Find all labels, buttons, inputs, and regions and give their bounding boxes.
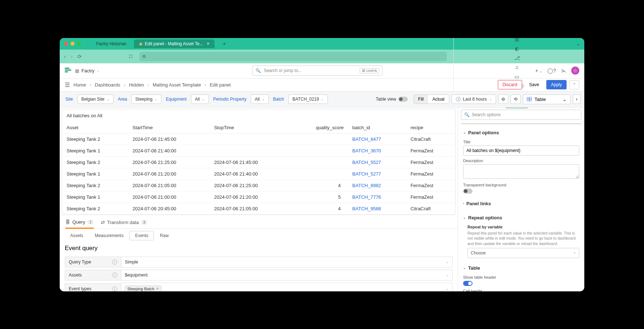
query-subtabs: Assets Measurements Events Raw	[60, 229, 458, 242]
clock-icon: 🕓	[456, 97, 461, 102]
event-type-chip[interactable]: Steeping Batch✕	[125, 286, 161, 291]
table-row[interactable]: Steeping Tank 12024-07-06 21:20:002024-0…	[62, 168, 455, 180]
table-row[interactable]: Steeping Tank 22024-07-06 21:25:002024-0…	[62, 156, 455, 168]
url-bar[interactable]: ⚙	[139, 52, 447, 61]
close-window-icon[interactable]	[64, 42, 68, 46]
visualization-picker[interactable]: Table ⌄	[523, 94, 571, 104]
area-picker[interactable]: Steeping⌄	[131, 94, 161, 104]
subtab-assets[interactable]: Assets	[65, 231, 89, 240]
rss-icon[interactable]: ⋋	[561, 68, 566, 73]
remove-chip-icon[interactable]: ✕	[156, 287, 159, 291]
transparent-toggle[interactable]	[463, 189, 473, 194]
back-icon[interactable]: ‹	[64, 54, 66, 59]
subtab-measurements[interactable]: Measurements	[89, 231, 129, 240]
assets-select[interactable]: $equipment⌄	[121, 270, 453, 281]
breadcrumb-home[interactable]: Home	[73, 82, 86, 88]
sidebar-toggle-icon[interactable]: ›	[573, 94, 581, 104]
forward-icon[interactable]: ›	[71, 54, 73, 59]
search-icon: 🔍	[464, 112, 470, 117]
site-settings-icon[interactable]: ⚙	[142, 54, 146, 59]
tab-query[interactable]: 🗄 Query 1	[65, 219, 94, 229]
app-logo-icon[interactable]	[65, 68, 71, 73]
browser-tab-2[interactable]: ◉ Edit panel - Malting Asset Te... ✕	[134, 39, 215, 48]
browser-toolbar: ‹ › ⟳ ☐ ⚙ ⇪ ◈ ▣ ▦ ◐ ⎇ ♫ ▭ ● VPN Update ≡	[60, 50, 584, 63]
actual-option[interactable]: Actual	[428, 95, 449, 104]
periodic-picker[interactable]: All⌄	[251, 94, 268, 104]
repeat-by-label: Repeat by variable	[467, 225, 579, 229]
subtab-raw[interactable]: Raw	[154, 231, 174, 240]
fill-option[interactable]: Fill	[414, 95, 428, 104]
periodic-label: Periodic Property	[211, 97, 249, 102]
table-row[interactable]: Steeping Tank 22024-07-06 21:45:00BATCH_…	[62, 133, 455, 145]
new-tab-button[interactable]: ＋	[217, 39, 232, 49]
options-tabs[interactable]: All Overrides	[461, 123, 581, 124]
col-start[interactable]: StartTime	[128, 122, 209, 134]
show-header-toggle[interactable]	[463, 281, 473, 286]
discard-button[interactable]: Discard	[498, 80, 522, 89]
save-button[interactable]: Save	[525, 80, 543, 89]
table-view-toggle[interactable]: Table view	[372, 95, 411, 104]
menu-icon[interactable]: ☰	[65, 81, 70, 88]
browser-tab-1[interactable]: Factry Historian	[91, 39, 132, 48]
toggle-icon[interactable]	[398, 97, 408, 102]
query-type-select[interactable]: Simple⌄	[121, 257, 453, 267]
fill-actual-segment[interactable]: Fill Actual	[414, 94, 449, 104]
col-asset[interactable]: Asset	[62, 122, 128, 134]
breadcrumb-dashboards[interactable]: Dashboards	[95, 82, 120, 88]
transform-count-badge: 3	[141, 220, 148, 225]
description-input[interactable]	[463, 164, 579, 179]
app-header: ▦ Factry ⌄ 🔍 Search or jump to... ⌘ cmd+…	[60, 63, 584, 79]
apply-button[interactable]: Apply	[546, 80, 567, 89]
site-picker[interactable]: Belgian Site⌄	[77, 94, 114, 104]
tab-overrides[interactable]: Overrides	[521, 124, 581, 124]
info-icon[interactable]: i	[112, 260, 117, 265]
global-search-input[interactable]: 🔍 Search or jump to... ⌘ cmd+k	[252, 66, 382, 76]
bookmark-icon[interactable]: ☐	[129, 54, 133, 59]
tab-all[interactable]: All	[461, 124, 521, 124]
panel-options-section[interactable]: ⌄Panel options	[463, 128, 579, 137]
add-icon[interactable]: + ⌄	[535, 68, 542, 73]
repeat-options-section[interactable]: ⌄Repeat options	[463, 214, 579, 222]
table-row[interactable]: Steeping Tank 22024-07-06 20:45:002024-0…	[62, 203, 455, 214]
subtab-events[interactable]: Events	[130, 231, 154, 240]
tab-transform[interactable]: ⇄ Transform data 3	[101, 219, 147, 228]
repeat-select[interactable]: Choose⌄	[467, 248, 579, 258]
collapse-icon[interactable]: ⌃	[569, 80, 579, 89]
avatar[interactable]	[571, 67, 579, 75]
refresh-icon[interactable]: ⟲	[510, 94, 521, 104]
close-tab-icon[interactable]: ✕	[207, 42, 209, 46]
browser-window: Factry Historian ◉ Edit panel - Malting …	[60, 38, 584, 291]
panel-links-section[interactable]: ›Panel links	[463, 199, 579, 208]
minimize-window-icon[interactable]	[71, 42, 75, 46]
help-icon[interactable]: ◯?	[547, 68, 556, 73]
col-recipe[interactable]: recipe	[406, 122, 455, 134]
extension-icon-3[interactable]: ◐	[515, 46, 519, 51]
description-label: Description	[463, 159, 579, 163]
data-table: Asset StartTime StopTime quality_score b…	[62, 122, 455, 215]
table-row[interactable]: Steeping Tank 12024-07-06 21:00:002024-0…	[62, 191, 455, 203]
col-stop[interactable]: StopTime	[210, 122, 291, 134]
maximize-window-icon[interactable]	[77, 42, 81, 46]
col-batch[interactable]: batch_id	[348, 122, 406, 134]
breadcrumb-hidden[interactable]: Hidden	[129, 82, 144, 88]
repeat-help-text: Repeat this panel for each value in the …	[467, 231, 579, 246]
title-input[interactable]	[463, 145, 579, 156]
zoom-out-icon[interactable]: ⊖	[498, 94, 508, 104]
table-row[interactable]: Steeping Tank 22024-07-06 21:05:002024-0…	[62, 180, 455, 191]
reload-icon[interactable]: ⟳	[77, 54, 82, 59]
table-row[interactable]: Steeping Tank 12024-07-06 21:40:00BATCH_…	[62, 145, 455, 156]
info-icon[interactable]: i	[112, 286, 117, 291]
workspace-picker[interactable]: ▦ Factry ⌄	[75, 68, 99, 73]
extension-icon-4[interactable]: ⎇	[514, 55, 520, 61]
equipment-picker[interactable]: All⌄	[191, 94, 209, 104]
info-icon[interactable]: i	[112, 273, 117, 278]
breadcrumb-template[interactable]: Malting Asset Template	[153, 82, 201, 88]
search-options-input[interactable]: 🔍 Search options	[461, 110, 581, 120]
breadcrumb: ☰ Home› Dashboards› Hidden› Malting Asse…	[60, 79, 584, 92]
extension-icon-2[interactable]: ▦	[514, 38, 519, 42]
col-quality[interactable]: quality_score	[291, 122, 348, 134]
time-range-picker[interactable]: 🕓Last 6 hours⌄	[452, 94, 496, 104]
batch-picker[interactable]: BATCH_0219⌄	[288, 94, 328, 104]
event-types-select[interactable]: Steeping Batch✕ ⌄	[121, 283, 453, 291]
table-section[interactable]: ⌄Table	[463, 264, 579, 272]
